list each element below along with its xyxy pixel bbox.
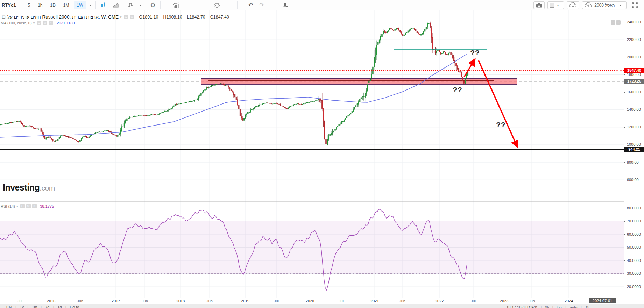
time-axis-label: Jun <box>529 299 535 303</box>
ma-caret[interactable]: ▾ <box>33 21 35 25</box>
chart-canvas[interactable] <box>0 0 644 308</box>
chart-title[interactable]: חוזים עתידיים על Russell 2000, ארצות הבר… <box>7 14 119 20</box>
low-value: L1842.70 <box>187 15 205 20</box>
price-tick-label: 1200.00 <box>627 125 641 129</box>
interval-dropdown-caret[interactable]: ▾ <box>87 2 94 8</box>
ohlc-values: O1891.10 H1908.10 L1842.70 C1847.40 <box>139 15 229 20</box>
interval-5m-button[interactable]: 5 <box>24 1 33 9</box>
time-axis[interactable]: Jul2016Jun2017Jun2018Jun2019Jul2020Jul20… <box>0 298 644 304</box>
range-10y-button[interactable]: 10y <box>6 305 12 308</box>
candlestick-chart-icon[interactable] <box>97 1 109 9</box>
low-level-badge: 944.21 <box>624 147 644 152</box>
settings-gear-icon[interactable]: ⚙ <box>147 0 159 10</box>
scroll-down-icon[interactable]: ↓ <box>611 20 615 25</box>
time-axis-label: 2018 <box>176 299 185 303</box>
rsi-tick-label: 50.0000 <box>627 245 641 249</box>
chart-legend: ⊟ חוזים עתידיים על Russell 2000, ארצות ה… <box>2 14 229 20</box>
time-axis-label: Jul <box>17 299 22 303</box>
price-tick-label: 1400.00 <box>627 107 641 112</box>
symbol-label[interactable]: RTYc1 <box>0 2 21 8</box>
watermark-text: Invest <box>3 182 27 192</box>
red-arrow[interactable] <box>464 60 474 77</box>
ma-value: 2031.1180 <box>57 21 75 25</box>
axis-settings-gear-icon[interactable]: ⚙ <box>585 305 589 308</box>
rsi-gear-icon[interactable]: ⚙ <box>26 204 31 208</box>
top-toolbar: RTYc1 5 1h 1D 1M 1W ▾ <box>0 0 644 10</box>
question-annotation[interactable]: ?? <box>496 121 506 129</box>
alert-bell-icon[interactable] <box>279 1 292 9</box>
cloud-download-button[interactable] <box>567 1 579 9</box>
undo-icon[interactable]: ↶ <box>245 1 256 9</box>
separator: | <box>565 305 566 308</box>
time-axis-label: Jun <box>77 299 83 303</box>
price-tick-label: 2200.00 <box>627 37 641 42</box>
ma-legend: MA (100, close, 0) ▾ ⊙ ⚙ × 2031.1180 <box>1 21 75 25</box>
goto-button[interactable]: Go to <box>70 305 79 308</box>
interval-1w-button[interactable]: 1W <box>74 1 86 9</box>
range-1m-button[interactable]: 1m <box>32 305 37 308</box>
auto-scale-icon[interactable]: ↕ <box>616 20 621 25</box>
log-scale-button[interactable]: log <box>557 305 562 308</box>
panel-icon[interactable]: ⊟ <box>2 14 6 20</box>
interval-1m-button[interactable]: 1M <box>60 1 72 9</box>
title-caret[interactable]: ▾ <box>120 15 122 19</box>
rsi-label[interactable]: RSI (14) <box>1 204 15 208</box>
range-shortcuts: 10y | 1y | 1m | 7d | 1d | Go to <box>6 305 79 308</box>
axis-tick-mark <box>624 234 625 235</box>
axis-tick-mark <box>624 274 625 274</box>
price-tick-label: 2400.00 <box>627 20 641 24</box>
time-axis-label: Jun <box>399 299 405 303</box>
time-axis-label: 2019 <box>241 299 249 303</box>
camera-icon[interactable] <box>533 1 545 9</box>
interval-1h-button[interactable]: 1h <box>35 1 45 9</box>
separator: | <box>53 305 54 308</box>
ma-label[interactable]: MA (100, close, 0) <box>1 21 32 25</box>
symbol-search-value[interactable]: ראסל 2000 <box>592 3 617 8</box>
red-arrow[interactable] <box>479 60 517 146</box>
axis-tick-mark <box>624 162 625 163</box>
axis-tick-mark <box>624 22 625 22</box>
rsi-close-icon[interactable]: × <box>32 204 37 208</box>
question-annotation[interactable]: ?? <box>453 86 462 94</box>
symbol-search-box[interactable]: ראסל 2000 ▾ <box>582 1 627 9</box>
layout-select-button[interactable]: ▾ <box>547 1 564 9</box>
clock-label: 18:17:10 (UTC+3) <box>506 305 537 308</box>
axis-tick-mark <box>624 57 625 57</box>
symbol-search-caret[interactable]: ▾ <box>617 2 624 8</box>
toolbar-right-group: ▾ ראסל 2000 ▾ <box>531 0 641 10</box>
resistance-band[interactable] <box>201 79 517 85</box>
bar-interval-caret[interactable]: ▾ <box>137 2 144 8</box>
range-7d-button[interactable]: 7d <box>45 305 49 308</box>
toolbar-separator <box>199 1 199 9</box>
fullscreen-icon[interactable] <box>629 1 641 9</box>
time-axis-label: Jul <box>339 299 344 303</box>
axis-tick-mark <box>624 208 625 208</box>
redo-icon[interactable]: ↷ <box>256 1 267 9</box>
percent-scale-button[interactable]: % <box>545 305 549 308</box>
rsi-caret[interactable]: ▾ <box>16 205 18 208</box>
area-chart-icon[interactable] <box>109 1 122 9</box>
ma-gear-icon[interactable]: ⚙ <box>43 21 47 25</box>
price-axis[interactable]: 2400.002200.002000.001800.001600.001400.… <box>624 10 644 298</box>
watermark-text: ng <box>29 182 40 192</box>
question-annotation[interactable]: ?? <box>470 49 480 57</box>
interval-1d-button[interactable]: 1D <box>47 1 59 9</box>
range-1y-button[interactable]: 1y <box>20 305 24 308</box>
auto-scale-button[interactable]: auto <box>570 305 577 308</box>
ma-close-icon[interactable]: × <box>49 21 53 25</box>
last-price-badge: 1847.40 <box>624 68 644 73</box>
axis-tick-mark <box>624 248 625 248</box>
time-axis-label: 2021 <box>370 299 379 303</box>
title-gear-icon[interactable]: ⚙ <box>130 15 134 19</box>
rsi-value: 38.1775 <box>40 204 54 208</box>
bar-interval-icon[interactable] <box>125 1 137 9</box>
compare-scales-icon[interactable] <box>211 1 223 9</box>
indicators-icon[interactable] <box>170 1 182 9</box>
rsi-eye-icon[interactable]: ⊙ <box>20 204 25 208</box>
title-eye-icon[interactable]: ⊙ <box>124 15 128 19</box>
range-1d-button[interactable]: 1d <box>57 305 62 308</box>
ma-eye-icon[interactable]: ⊙ <box>37 21 41 25</box>
axis-tick-mark <box>624 127 625 128</box>
toolbar-separator <box>146 1 146 9</box>
layout-caret: ▾ <box>554 2 562 8</box>
